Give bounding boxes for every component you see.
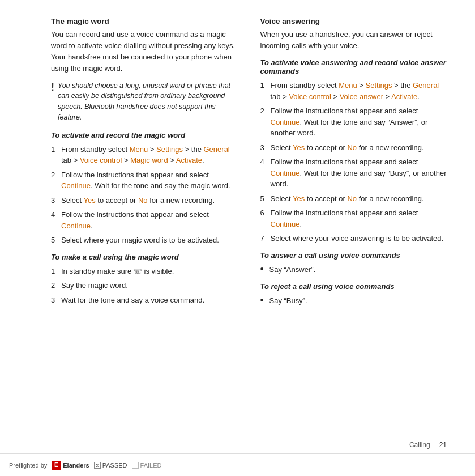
step-num-4: 4	[51, 209, 61, 220]
voice-step-num-4: 4	[260, 156, 271, 168]
voice-step-content-7: Select where your voice answering is to …	[271, 233, 447, 244]
step-num-1: 1	[51, 144, 61, 155]
voice-answering-body: When you use a handsfree, you can answer…	[260, 29, 447, 52]
corner-mark-tr	[460, 5, 470, 15]
bottom-bar: Preflighted by E Elanders x PASSED FAILE…	[0, 453, 475, 476]
right-column: Voice answering When you use a handsfree…	[260, 17, 447, 436]
preflighted-by-label: Preflighted by	[9, 462, 47, 469]
continue-link-r2[interactable]: Continue	[271, 169, 300, 177]
voice-step-6: 6 Follow the instructions that appear an…	[260, 207, 447, 230]
activate-link-r1[interactable]: Activate	[391, 92, 417, 101]
menu-link-1[interactable]: Menu	[130, 145, 148, 154]
step-content-2: Follow the instructions that appear and …	[61, 169, 238, 192]
menu-link-r1[interactable]: Menu	[339, 81, 357, 90]
step-content-1: From standby select Menu > Settings > th…	[61, 144, 238, 166]
failed-label: FAILED	[140, 462, 162, 469]
answer-call-list: • Say “Answer”.	[260, 264, 447, 275]
yes-link-r2[interactable]: Yes	[293, 194, 305, 203]
yes-link-r1[interactable]: Yes	[293, 143, 305, 152]
continue-link-r1[interactable]: Continue	[271, 118, 300, 126]
voice-step-content-3: Select Yes to accept or No for a new rec…	[271, 142, 447, 154]
make-call-content-3: Wait for the tone and say a voice comman…	[61, 295, 238, 306]
step-num-5: 5	[51, 235, 61, 246]
voice-step-4: 4 Follow the instructions that appear an…	[260, 156, 447, 190]
reject-call-heading: To reject a call using voice commands	[260, 282, 447, 291]
voice-step-num-5: 5	[260, 193, 271, 205]
corner-mark-bl	[5, 443, 15, 453]
warning-icon: !	[51, 80, 54, 95]
voice-step-num-6: 6	[260, 207, 271, 219]
continue-link-1[interactable]: Continue	[61, 181, 91, 190]
activate-step-4: 4 Follow the instructions that appear an…	[51, 209, 238, 231]
continue-link-r3[interactable]: Continue	[271, 220, 300, 228]
answer-call-text: Say “Answer”.	[269, 264, 316, 275]
step-content-4: Follow the instructions that appear and …	[61, 209, 238, 231]
general-link-r1[interactable]: General	[413, 81, 439, 90]
page-footer: Calling 21	[409, 441, 447, 449]
make-call-heading: To make a call using the magic word	[51, 253, 238, 261]
voice-step-content-4: Follow the instructions that appear and …	[271, 156, 447, 190]
voice-step-num-3: 3	[260, 142, 271, 154]
reject-call-list: • Say “Busy”.	[260, 295, 447, 307]
voice-answering-title: Voice answering	[260, 17, 447, 26]
voice-step-7: 7 Select where your voice answering is t…	[260, 233, 447, 244]
elanders-logo: E Elanders	[52, 461, 89, 470]
make-call-num-2: 2	[51, 280, 61, 291]
step-num-2: 2	[51, 169, 61, 181]
reject-bullet: •	[260, 295, 269, 307]
reject-call-item: • Say “Busy”.	[260, 295, 447, 307]
settings-link-r1[interactable]: Settings	[366, 81, 392, 90]
voice-step-2: 2 Follow the instructions that appear an…	[260, 105, 447, 139]
elanders-name: Elanders	[63, 462, 89, 469]
make-call-content-1: In standby make sure ☏ is visible.	[61, 266, 238, 277]
answer-call-item: • Say “Answer”.	[260, 264, 447, 275]
passed-badge: x PASSED	[94, 462, 127, 469]
corner-mark-br	[460, 443, 470, 453]
make-call-step-3: 3 Wait for the tone and say a voice comm…	[51, 295, 238, 306]
activate-step-1: 1 From standby select Menu > Settings > …	[51, 144, 238, 166]
no-link-r1[interactable]: No	[347, 143, 357, 152]
magic-word-link[interactable]: Magic word	[130, 156, 168, 164]
left-column: The magic word You can record and use a …	[51, 17, 238, 436]
activate-magic-word-heading: To activate and record the magic word	[51, 131, 238, 139]
magic-word-title: The magic word	[51, 17, 238, 26]
step-content-5: Select where your magic word is to be ac…	[61, 235, 238, 246]
answer-bullet: •	[260, 264, 269, 275]
activate-link-1[interactable]: Activate	[176, 156, 202, 164]
elanders-icon: E	[52, 461, 61, 470]
page-number: 21	[439, 441, 447, 449]
activate-step-2: 2 Follow the instructions that appear an…	[51, 169, 238, 192]
voice-step-1: 1 From standby select Menu > Settings > …	[260, 80, 447, 102]
voice-step-num-1: 1	[260, 80, 271, 91]
answer-call-heading: To answer a call using voice commands	[260, 251, 447, 260]
no-link-r2[interactable]: No	[347, 194, 357, 203]
activate-step-3: 3 Select Yes to accept or No for a new r…	[51, 195, 238, 206]
voice-step-5: 5 Select Yes to accept or No for a new r…	[260, 193, 447, 205]
page-label: Calling	[409, 441, 430, 449]
step-content-3: Select Yes to accept or No for a new rec…	[61, 195, 238, 206]
corner-mark-tl	[5, 5, 15, 15]
failed-checkbox	[132, 462, 139, 469]
settings-link-1[interactable]: Settings	[156, 145, 183, 154]
make-call-list: 1 In standby make sure ☏ is visible. 2 S…	[51, 266, 238, 306]
voice-step-num-2: 2	[260, 105, 271, 117]
step-num-3: 3	[51, 195, 61, 206]
make-call-content-2: Say the magic word.	[61, 280, 238, 291]
continue-link-2[interactable]: Continue	[61, 222, 91, 230]
make-call-step-1: 1 In standby make sure ☏ is visible.	[51, 266, 238, 277]
phone-icon: ☏	[134, 268, 142, 275]
voice-answer-link[interactable]: Voice answer	[340, 92, 383, 101]
voice-control-link-1[interactable]: Voice control	[80, 156, 122, 164]
general-link-1[interactable]: General	[204, 145, 230, 154]
activate-voice-answering-heading: To activate voice answering and record v…	[260, 58, 447, 75]
voice-step-content-1: From standby select Menu > Settings > th…	[271, 80, 447, 102]
yes-link-1[interactable]: Yes	[84, 196, 96, 205]
magic-word-body: You can record and use a voice command a…	[51, 29, 238, 75]
voice-step-num-7: 7	[260, 233, 271, 244]
voice-step-content-6: Follow the instructions that appear and …	[271, 207, 447, 230]
activate-voice-answering-list: 1 From standby select Menu > Settings > …	[260, 80, 447, 244]
voice-control-link-r1[interactable]: Voice control	[289, 92, 331, 101]
no-link-1[interactable]: No	[138, 196, 148, 205]
make-call-num-3: 3	[51, 295, 61, 306]
make-call-num-1: 1	[51, 266, 61, 277]
